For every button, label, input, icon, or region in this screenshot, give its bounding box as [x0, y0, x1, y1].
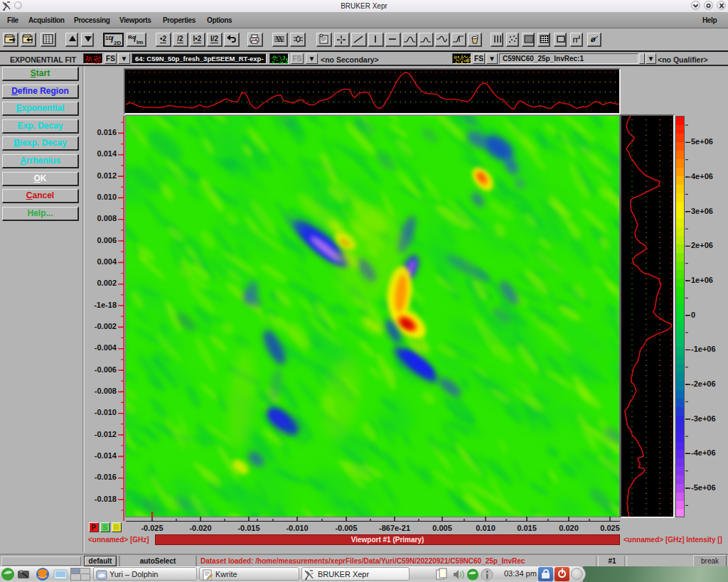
svg-text:2D: 2D — [114, 40, 121, 45]
svg-text:Im: Im — [136, 39, 143, 45]
